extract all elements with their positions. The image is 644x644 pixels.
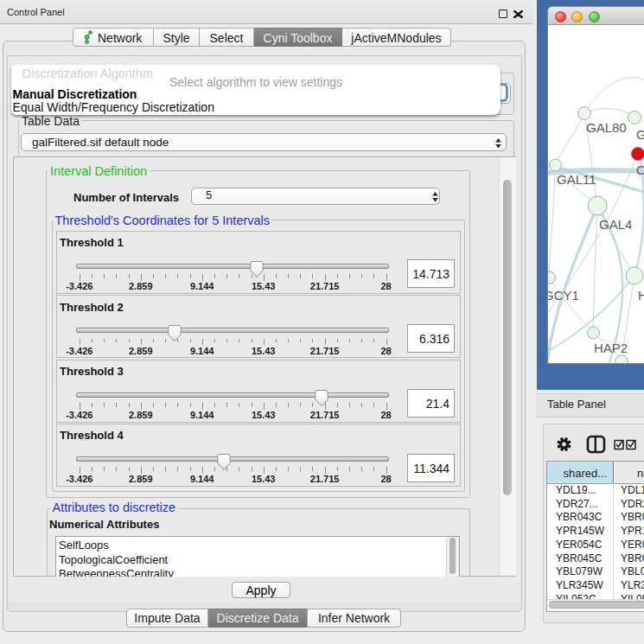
svg-text:GAL11: GAL11 bbox=[557, 172, 596, 187]
svg-text:GAL80: GAL80 bbox=[586, 120, 627, 135]
svg-text:G: G bbox=[636, 127, 644, 142]
svg-text:GCY1: GCY1 bbox=[548, 288, 579, 303]
svg-text:C: C bbox=[636, 163, 644, 177]
svg-text:HAP2: HAP2 bbox=[594, 341, 628, 355]
svg-text:GAL4: GAL4 bbox=[599, 217, 632, 232]
svg-text:H: H bbox=[638, 288, 644, 303]
